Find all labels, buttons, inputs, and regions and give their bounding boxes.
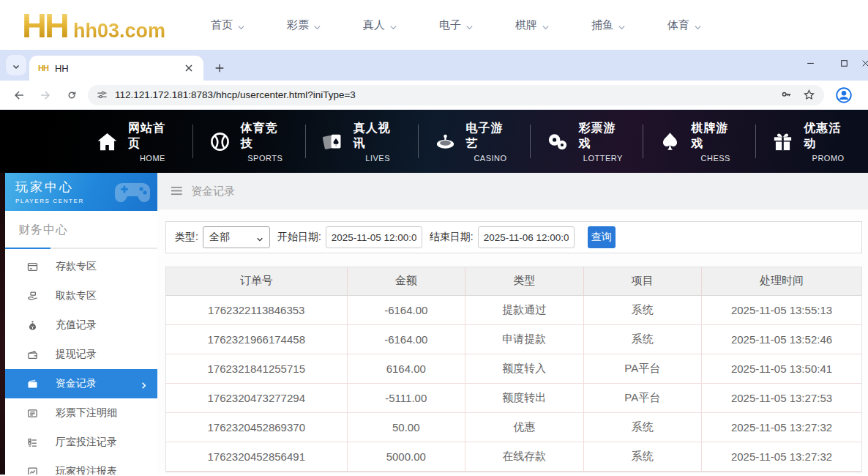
table-header-cell: 金额 [347,267,465,295]
sidebar-item-label: 彩票下注明细 [56,406,117,420]
game-nav-text: 彩票游戏LOTTERY [578,121,627,163]
game-nav-label-en: CASINO [474,154,506,163]
forward-button[interactable] [36,86,55,105]
address-bar[interactable]: 112.121.172.181:8783/hhcp/usercenter.htm… [88,85,824,105]
bookmark-star-icon[interactable] [803,89,815,101]
roulette-icon [434,130,457,153]
maximize-button[interactable] [827,50,861,75]
tab-search-button[interactable] [6,55,26,75]
sidebar-item[interactable]: 存款专区 [5,252,157,281]
site-nav-item[interactable]: 捕鱼 [591,18,626,32]
game-nav-label-cn: 彩票游戏 [578,121,627,152]
search-button[interactable]: 查询 [588,226,616,248]
browser-toolbar: 112.121.172.181:8783/hhcp/usercenter.htm… [0,81,868,110]
sidebar-section-title: 财务中心 [5,211,157,238]
sidebar-item[interactable]: 彩票下注明细 [5,398,157,428]
table-cell: 2025-11-05 13:52:46 [702,324,862,354]
back-icon [12,89,26,102]
table-row: 1762322113846353-6164.00提款通过系统2025-11-05… [166,295,861,324]
sidebar-item[interactable]: 玩家投注报表 [5,457,157,475]
chevron-down-icon [256,234,263,241]
profile-avatar-icon[interactable] [834,86,853,105]
minimize-icon [806,58,815,67]
site-logo[interactable]: HH hh03.com [22,5,165,45]
game-nav-item[interactable]: 体育竞技SPORTS [193,121,305,163]
site-nav-item[interactable]: 首页 [211,18,245,32]
browser-tabbar: HH HH [0,50,868,81]
gift-icon [771,130,794,153]
window-controls [793,50,868,75]
site-nav-item[interactable]: 彩票 [287,18,321,32]
url-text: 112.121.172.181:8783/hhcp/usercenter.htm… [115,89,356,100]
reload-button[interactable] [62,86,81,105]
close-button[interactable] [861,50,868,75]
hamburger-menu-icon[interactable] [171,186,183,196]
site-nav-label: 体育 [667,18,689,32]
table-cell: 系统 [583,295,702,324]
lottery-bets-icon [26,407,39,420]
sidebar-item[interactable]: 厅室投注记录 [5,428,157,457]
table-row: 176232045286937050.00优惠系统2025-11-05 13:2… [166,412,861,442]
maximize-icon [839,58,849,67]
chevron-down-icon [389,21,397,29]
spade-icon [659,130,681,153]
sidebar-item[interactable]: 资金记录 [5,369,157,398]
game-nav-label-en: PROMO [812,154,845,163]
game-nav-item[interactable]: 棋牌游戏CHESS [643,121,755,163]
table-row: 17623218412557156164.00额度转入PA平台2025-11-0… [166,354,861,383]
site-nav-label: 彩票 [287,18,309,32]
site-nav-item[interactable]: 体育 [667,18,702,32]
game-nav-item[interactable]: 电子游艺CASINO [419,121,531,163]
favicon: HH [38,64,48,72]
chevron-down-icon [313,21,321,29]
game-nav-text: 棋牌游戏CHESS [691,121,740,163]
sidebar-item[interactable]: 充值记录 [5,310,157,340]
table-row: 1762320473277294-5111.00额度转出PA平台2025-11-… [166,383,861,412]
site-nav-item[interactable]: 棋牌 [515,18,550,32]
back-button[interactable] [10,86,29,105]
sidebar: 玩家中心 PLAYERS CENTER 财务中心 存款专区取款专区充值记录提现记… [5,173,157,475]
game-nav-label-cn: 电子游艺 [466,121,515,152]
start-date-input[interactable] [326,226,422,248]
game-nav-label-en: LOTTERY [583,154,623,163]
type-select[interactable]: 全部 [203,226,270,248]
gamepad-icon [115,179,150,207]
sidebar-item[interactable]: 提现记录 [5,340,157,369]
sidebar-item-label: 充值记录 [56,319,97,332]
site-nav-item[interactable]: 电子 [439,18,474,32]
end-date-input[interactable] [478,226,575,248]
sidebar-item-label: 存款专区 [56,260,97,273]
game-nav-item[interactable]: 优惠活动PROMO [756,121,868,163]
browser-tab[interactable]: HH HH [29,56,203,81]
password-key-icon[interactable] [780,89,793,101]
table-header-row: 订单号金额类型项目处理时间 [166,267,861,295]
chevron-down-icon [618,21,626,29]
site-nav: 首页彩票真人电子棋牌捕鱼体育 [211,18,702,32]
reload-icon [65,89,78,102]
chevron-down-icon [542,21,550,29]
chevron-down-icon [694,21,702,29]
game-nav-text: 体育竞技SPORTS [241,121,290,163]
tab-close-icon[interactable] [183,62,195,74]
site-logo-text: HH [22,5,67,45]
minimize-button[interactable] [793,50,827,75]
table-cell: 1762320473277294 [166,383,347,412]
site-nav-label: 捕鱼 [591,18,613,32]
site-info-icon[interactable] [97,89,108,100]
table-cell: 额度转出 [465,383,584,412]
site-nav-item[interactable]: 真人 [363,18,397,32]
site-nav-label: 棋牌 [515,18,537,32]
game-nav-label-cn: 体育竞技 [241,121,290,152]
new-tab-button[interactable] [214,62,225,74]
sidebar-item[interactable]: 取款专区 [5,281,157,310]
table-cell: 50.00 [347,412,465,442]
sidebar-header: 玩家中心 PLAYERS CENTER [5,173,157,211]
game-nav-item[interactable]: 真人视讯LIVES [306,121,418,163]
close-icon [861,58,868,67]
game-nav-label-cn: 优惠活动 [804,121,853,152]
table-cell: 在线存款 [465,442,584,471]
forward-icon [39,89,52,102]
game-nav-item[interactable]: 网站首页HOME [81,121,192,163]
game-nav-item[interactable]: 彩票游戏LOTTERY [531,121,643,163]
site-logo-domain: hh03.com [73,20,165,42]
